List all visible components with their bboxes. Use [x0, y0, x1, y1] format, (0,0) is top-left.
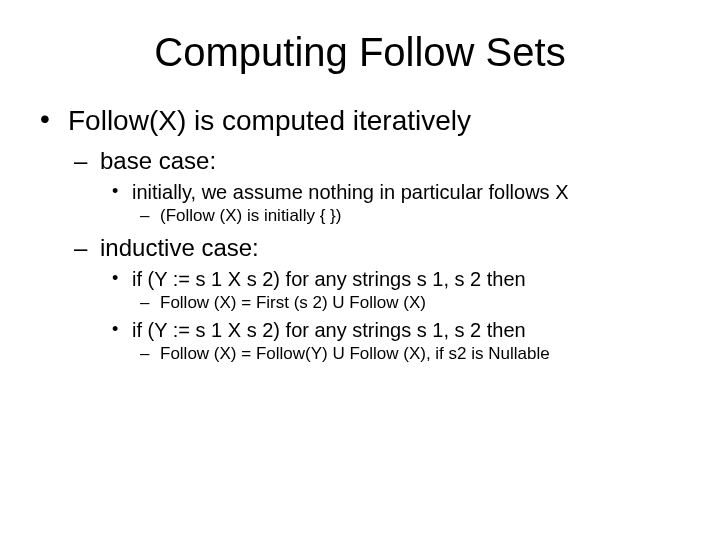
- bullet-level3: if (Y := s 1 X s 2) for any strings s 1,…: [40, 319, 680, 342]
- bullet-level2: base case:: [40, 147, 680, 175]
- bullet-level3: if (Y := s 1 X s 2) for any strings s 1,…: [40, 268, 680, 291]
- bullet-level4: (Follow (X) is initially { }): [40, 206, 680, 226]
- bullet-level4: Follow (X) = Follow(Y) U Follow (X), if …: [40, 344, 680, 364]
- bullet-level3: initially, we assume nothing in particul…: [40, 181, 680, 204]
- bullet-level2: inductive case:: [40, 234, 680, 262]
- bullet-level1: Follow(X) is computed iteratively: [40, 105, 680, 137]
- slide: Computing Follow Sets Follow(X) is compu…: [0, 0, 720, 540]
- bullet-level4: Follow (X) = First (s 2) U Follow (X): [40, 293, 680, 313]
- slide-title: Computing Follow Sets: [40, 30, 680, 75]
- bullet-list: Follow(X) is computed iteratively base c…: [40, 105, 680, 364]
